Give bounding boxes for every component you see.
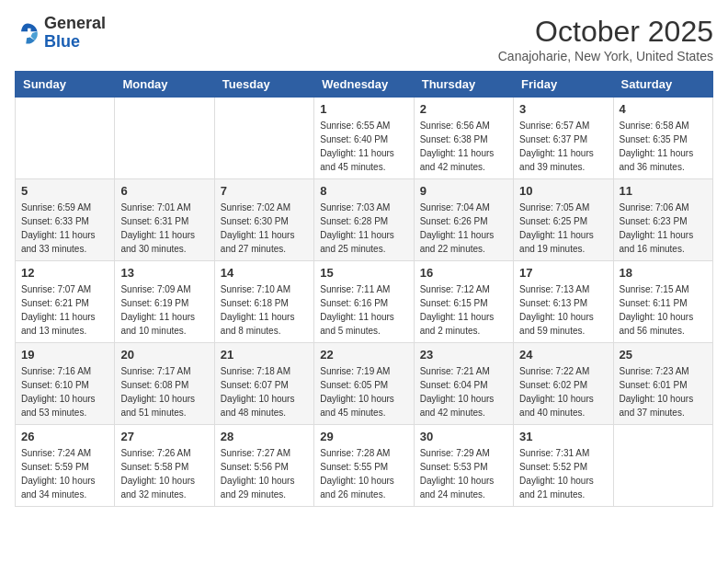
day-number: 14: [221, 266, 308, 280]
calendar-week-row: 5Sunrise: 6:59 AM Sunset: 6:33 PM Daylig…: [16, 179, 713, 261]
day-number: 15: [320, 266, 407, 280]
day-number: 11: [620, 184, 707, 198]
day-info: Sunrise: 7:18 AM Sunset: 6:07 PM Dayligh…: [221, 364, 308, 419]
day-info: Sunrise: 7:04 AM Sunset: 6:26 PM Dayligh…: [420, 201, 507, 256]
day-number: 6: [120, 184, 208, 198]
calendar-cell: 13Sunrise: 7:09 AM Sunset: 6:19 PM Dayli…: [115, 261, 214, 343]
day-header-friday: Friday: [514, 72, 613, 98]
calendar-cell: 4Sunrise: 6:58 AM Sunset: 6:35 PM Daylig…: [613, 98, 712, 179]
title-block: October 2025 Canajoharie, New York, Unit…: [498, 15, 713, 63]
day-number: 26: [21, 430, 108, 443]
day-number: 21: [221, 348, 308, 362]
day-info: Sunrise: 6:58 AM Sunset: 6:35 PM Dayligh…: [620, 119, 707, 174]
calendar-cell: 10Sunrise: 7:05 AM Sunset: 6:25 PM Dayli…: [514, 179, 613, 261]
calendar-cell: 9Sunrise: 7:04 AM Sunset: 6:26 PM Daylig…: [414, 179, 513, 261]
page-header: General Blue October 2025 Canajoharie, N…: [15, 15, 713, 63]
calendar-cell: 30Sunrise: 7:29 AM Sunset: 5:53 PM Dayli…: [414, 425, 513, 507]
day-info: Sunrise: 7:28 AM Sunset: 5:55 PM Dayligh…: [320, 446, 407, 501]
calendar-cell: 25Sunrise: 7:23 AM Sunset: 6:01 PM Dayli…: [613, 343, 712, 425]
logo-blue-text: Blue: [44, 32, 80, 51]
month-title: October 2025: [498, 15, 713, 49]
calendar-cell: 6Sunrise: 7:01 AM Sunset: 6:31 PM Daylig…: [115, 179, 214, 261]
day-info: Sunrise: 7:31 AM Sunset: 5:52 PM Dayligh…: [519, 446, 607, 501]
day-number: 29: [320, 430, 407, 443]
day-number: 9: [420, 184, 507, 198]
calendar-cell: [214, 98, 313, 179]
day-header-wednesday: Wednesday: [314, 72, 414, 98]
calendar-cell: 15Sunrise: 7:11 AM Sunset: 6:16 PM Dayli…: [314, 261, 414, 343]
day-info: Sunrise: 7:01 AM Sunset: 6:31 PM Dayligh…: [120, 201, 208, 256]
day-header-saturday: Saturday: [613, 72, 712, 98]
day-number: 7: [221, 184, 308, 198]
calendar-cell: 31Sunrise: 7:31 AM Sunset: 5:52 PM Dayli…: [514, 425, 613, 507]
day-info: Sunrise: 6:59 AM Sunset: 6:33 PM Dayligh…: [21, 201, 108, 256]
day-info: Sunrise: 7:09 AM Sunset: 6:19 PM Dayligh…: [120, 282, 208, 338]
day-number: 30: [420, 430, 507, 443]
calendar-cell: 19Sunrise: 7:16 AM Sunset: 6:10 PM Dayli…: [16, 343, 115, 425]
day-info: Sunrise: 7:19 AM Sunset: 6:05 PM Dayligh…: [320, 364, 407, 419]
calendar-week-row: 19Sunrise: 7:16 AM Sunset: 6:10 PM Dayli…: [16, 343, 713, 425]
calendar-cell: 18Sunrise: 7:15 AM Sunset: 6:11 PM Dayli…: [613, 261, 712, 343]
calendar-cell: 7Sunrise: 7:02 AM Sunset: 6:30 PM Daylig…: [214, 179, 313, 261]
day-number: 20: [120, 348, 208, 362]
day-number: 23: [420, 348, 507, 362]
day-info: Sunrise: 7:11 AM Sunset: 6:16 PM Dayligh…: [320, 282, 407, 338]
day-info: Sunrise: 7:17 AM Sunset: 6:08 PM Dayligh…: [120, 364, 208, 419]
calendar-cell: 1Sunrise: 6:55 AM Sunset: 6:40 PM Daylig…: [314, 98, 414, 179]
day-info: Sunrise: 7:22 AM Sunset: 6:02 PM Dayligh…: [519, 364, 607, 419]
calendar-week-row: 26Sunrise: 7:24 AM Sunset: 5:59 PM Dayli…: [16, 425, 713, 507]
day-info: Sunrise: 7:26 AM Sunset: 5:58 PM Dayligh…: [120, 446, 208, 501]
calendar-cell: 14Sunrise: 7:10 AM Sunset: 6:18 PM Dayli…: [214, 261, 313, 343]
logo-general-text: General: [44, 14, 106, 32]
day-number: 16: [420, 266, 507, 280]
calendar-cell: [115, 98, 214, 179]
day-info: Sunrise: 7:10 AM Sunset: 6:18 PM Dayligh…: [221, 282, 308, 338]
day-number: 12: [21, 266, 108, 280]
calendar-cell: 24Sunrise: 7:22 AM Sunset: 6:02 PM Dayli…: [514, 343, 613, 425]
calendar-cell: 22Sunrise: 7:19 AM Sunset: 6:05 PM Dayli…: [314, 343, 414, 425]
day-number: 3: [519, 102, 607, 116]
logo: General Blue: [15, 15, 106, 52]
day-info: Sunrise: 7:16 AM Sunset: 6:10 PM Dayligh…: [21, 364, 108, 419]
day-number: 17: [519, 266, 607, 280]
day-info: Sunrise: 7:15 AM Sunset: 6:11 PM Dayligh…: [620, 282, 707, 338]
day-number: 31: [519, 430, 607, 443]
day-info: Sunrise: 7:29 AM Sunset: 5:53 PM Dayligh…: [420, 446, 507, 501]
day-number: 19: [21, 348, 108, 362]
calendar-cell: 11Sunrise: 7:06 AM Sunset: 6:23 PM Dayli…: [613, 179, 712, 261]
day-number: 13: [120, 266, 208, 280]
logo-icon: [15, 20, 40, 46]
day-header-thursday: Thursday: [414, 72, 513, 98]
day-info: Sunrise: 7:21 AM Sunset: 6:04 PM Dayligh…: [420, 364, 507, 419]
day-info: Sunrise: 7:12 AM Sunset: 6:15 PM Dayligh…: [420, 282, 507, 338]
day-number: 22: [320, 348, 407, 362]
day-number: 27: [120, 430, 208, 443]
day-info: Sunrise: 6:56 AM Sunset: 6:38 PM Dayligh…: [420, 119, 507, 174]
calendar-week-row: 12Sunrise: 7:07 AM Sunset: 6:21 PM Dayli…: [16, 261, 713, 343]
day-info: Sunrise: 6:55 AM Sunset: 6:40 PM Dayligh…: [320, 119, 407, 174]
day-info: Sunrise: 7:13 AM Sunset: 6:13 PM Dayligh…: [519, 282, 607, 338]
location-text: Canajoharie, New York, United States: [498, 49, 713, 63]
calendar-cell: 2Sunrise: 6:56 AM Sunset: 6:38 PM Daylig…: [414, 98, 513, 179]
day-info: Sunrise: 6:57 AM Sunset: 6:37 PM Dayligh…: [519, 119, 607, 174]
calendar-cell: 23Sunrise: 7:21 AM Sunset: 6:04 PM Dayli…: [414, 343, 513, 425]
day-number: 24: [519, 348, 607, 362]
calendar-cell: 21Sunrise: 7:18 AM Sunset: 6:07 PM Dayli…: [214, 343, 313, 425]
calendar-cell: 3Sunrise: 6:57 AM Sunset: 6:37 PM Daylig…: [514, 98, 613, 179]
calendar-cell: 16Sunrise: 7:12 AM Sunset: 6:15 PM Dayli…: [414, 261, 513, 343]
day-number: 28: [221, 430, 308, 443]
calendar-cell: 8Sunrise: 7:03 AM Sunset: 6:28 PM Daylig…: [314, 179, 414, 261]
day-number: 10: [519, 184, 607, 198]
day-header-monday: Monday: [115, 72, 214, 98]
calendar-table: SundayMondayTuesdayWednesdayThursdayFrid…: [15, 71, 713, 507]
day-info: Sunrise: 7:02 AM Sunset: 6:30 PM Dayligh…: [221, 201, 308, 256]
day-info: Sunrise: 7:03 AM Sunset: 6:28 PM Dayligh…: [320, 201, 407, 256]
calendar-cell: 20Sunrise: 7:17 AM Sunset: 6:08 PM Dayli…: [115, 343, 214, 425]
calendar-cell: 17Sunrise: 7:13 AM Sunset: 6:13 PM Dayli…: [514, 261, 613, 343]
calendar-cell: [16, 98, 115, 179]
day-info: Sunrise: 7:05 AM Sunset: 6:25 PM Dayligh…: [519, 201, 607, 256]
day-number: 2: [420, 102, 507, 116]
calendar-cell: 5Sunrise: 6:59 AM Sunset: 6:33 PM Daylig…: [16, 179, 115, 261]
calendar-cell: 27Sunrise: 7:26 AM Sunset: 5:58 PM Dayli…: [115, 425, 214, 507]
calendar-cell: 26Sunrise: 7:24 AM Sunset: 5:59 PM Dayli…: [16, 425, 115, 507]
